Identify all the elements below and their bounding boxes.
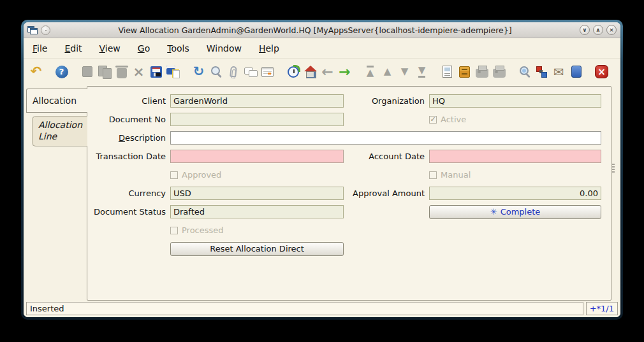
row-reset: Reset Allocation Direct xyxy=(89,242,606,255)
document-status-label: Document Status xyxy=(89,207,170,217)
help-icon[interactable] xyxy=(53,63,70,80)
processed-checkbox xyxy=(170,227,178,234)
new-record-icon xyxy=(78,63,96,80)
report-icon[interactable] xyxy=(439,63,456,80)
organization-field: HQ xyxy=(429,94,601,108)
transaction-date-input[interactable] xyxy=(170,150,344,163)
history-icon[interactable] xyxy=(284,63,302,80)
account-date-input[interactable] xyxy=(429,150,601,163)
toolbar: ↶×↻←→▲▲▼▼✉ xyxy=(24,58,620,85)
currency-field: USD xyxy=(170,187,344,200)
undo-icon[interactable]: ↶ xyxy=(27,63,45,80)
row-documentno-active: Document No ✓ Active xyxy=(89,113,606,126)
reset-allocation-button[interactable]: Reset Allocation Direct xyxy=(170,242,344,256)
client-field: GardenWorld xyxy=(170,94,344,108)
find-icon[interactable] xyxy=(207,63,224,80)
status-message: Inserted xyxy=(26,302,583,315)
window-title: View Allocation GardenAdmin@GardenWorld.… xyxy=(54,25,576,35)
last-record-icon: ▼ xyxy=(413,63,430,80)
processed-checkbox-wrap: Processed xyxy=(170,225,344,235)
print-preview-icon xyxy=(473,63,490,80)
row-processed: Processed xyxy=(89,224,606,237)
menu-view[interactable]: View xyxy=(99,43,121,53)
menu-tools[interactable]: Tools xyxy=(167,43,189,53)
chat-icon[interactable] xyxy=(242,63,259,80)
row-client-organization: Client GardenWorld Organization HQ xyxy=(89,94,606,108)
currency-label: Currency xyxy=(89,189,170,198)
requests-icon[interactable]: ✉ xyxy=(550,63,567,80)
save-icon[interactable] xyxy=(147,63,165,80)
delete-record-icon xyxy=(113,63,130,80)
titlebar[interactable]: View Allocation GardenAdmin@GardenWorld.… xyxy=(24,22,620,38)
close-button[interactable]: × xyxy=(606,25,617,35)
transaction-date-label: Transaction Date xyxy=(89,152,170,161)
forward-icon[interactable]: → xyxy=(336,63,353,80)
organization-label: Organization xyxy=(344,96,429,106)
account-date-label: Account Date xyxy=(344,152,429,161)
splitter-handle[interactable] xyxy=(612,164,615,173)
document-no-label: Document No xyxy=(89,115,170,124)
delete-selection-icon: × xyxy=(130,63,147,80)
window-frame: View Allocation GardenAdmin@GardenWorld.… xyxy=(21,20,623,320)
manual-checkbox xyxy=(429,171,437,179)
row-approved-manual: Approved Manual xyxy=(89,168,606,182)
menu-help[interactable]: Help xyxy=(259,43,279,53)
tab-allocation[interactable]: Allocation xyxy=(26,89,87,113)
manual-checkbox-wrap: Manual xyxy=(429,170,601,180)
description-label: Description xyxy=(89,133,170,143)
row-currency-amount: Currency USD Approval Amount 0.00 xyxy=(89,187,606,200)
maximize-button[interactable]: ∧ xyxy=(593,25,603,35)
active-label: Active xyxy=(441,115,466,124)
product-info-icon[interactable] xyxy=(567,63,585,80)
attachment-icon[interactable] xyxy=(224,63,242,80)
complete-button[interactable]: ✳ Complete xyxy=(429,205,601,219)
client-label: Client xyxy=(89,96,170,106)
description-input[interactable] xyxy=(170,131,601,145)
previous-record-icon: ▲ xyxy=(379,63,396,80)
approved-label: Approved xyxy=(182,170,221,180)
main-area: Allocation Allocation Line Client Garden… xyxy=(24,85,620,301)
minimize-button[interactable]: ∨ xyxy=(580,25,590,35)
approved-checkbox-wrap: Approved xyxy=(170,170,344,180)
next-record-icon: ▼ xyxy=(396,63,413,80)
menu-window[interactable]: Window xyxy=(207,43,242,53)
menu-go[interactable]: Go xyxy=(138,43,150,53)
copy-record-icon xyxy=(96,63,113,80)
record-indicator: +*1/1 xyxy=(586,302,618,315)
statusbar: Inserted +*1/1 xyxy=(24,301,620,317)
tab-allocation-line[interactable]: Allocation Line xyxy=(32,116,87,146)
archive-icon[interactable] xyxy=(456,63,473,80)
approval-amount-field: 0.00 xyxy=(429,187,601,200)
gear-icon: ✳ xyxy=(490,208,497,216)
active-checkbox-wrap: ✓ Active xyxy=(429,115,601,124)
home-icon[interactable] xyxy=(302,63,319,80)
view-allocation-window: View Allocation GardenAdmin@GardenWorld.… xyxy=(24,22,620,317)
tab-column: Allocation Allocation Line xyxy=(26,86,87,301)
manual-label: Manual xyxy=(441,170,471,180)
save-create-icon[interactable] xyxy=(165,63,182,80)
approved-checkbox xyxy=(170,171,178,179)
menu-edit[interactable]: Edit xyxy=(64,43,82,53)
grid-toggle-icon[interactable] xyxy=(259,63,276,80)
menu-file[interactable]: File xyxy=(33,43,47,53)
window-icon xyxy=(27,26,37,34)
reset-allocation-button-label: Reset Allocation Direct xyxy=(210,244,304,253)
complete-button-label: Complete xyxy=(501,207,541,217)
print-icon xyxy=(490,63,508,80)
row-description: Description xyxy=(89,131,606,145)
processed-label: Processed xyxy=(182,225,224,235)
allocation-form-panel: Client GardenWorld Organization HQ Docum… xyxy=(87,86,611,301)
row-status-complete: Document Status Drafted ✳ Complete xyxy=(89,205,606,218)
zoom-across-icon[interactable] xyxy=(516,63,533,80)
back-icon: ← xyxy=(319,63,336,80)
row-dates: Transaction Date Account Date xyxy=(89,150,606,163)
workflow-icon[interactable] xyxy=(533,63,550,80)
document-status-field: Drafted xyxy=(170,205,344,218)
menubar: File Edit View Go Tools Window Help xyxy=(24,38,620,58)
window-menu-button[interactable] xyxy=(41,25,50,35)
exit-icon[interactable] xyxy=(593,63,610,80)
refresh-icon[interactable]: ↻ xyxy=(190,63,207,80)
active-checkbox: ✓ xyxy=(429,116,437,124)
window-controls: ∨ ∧ × xyxy=(580,25,617,35)
document-no-field xyxy=(170,113,344,126)
